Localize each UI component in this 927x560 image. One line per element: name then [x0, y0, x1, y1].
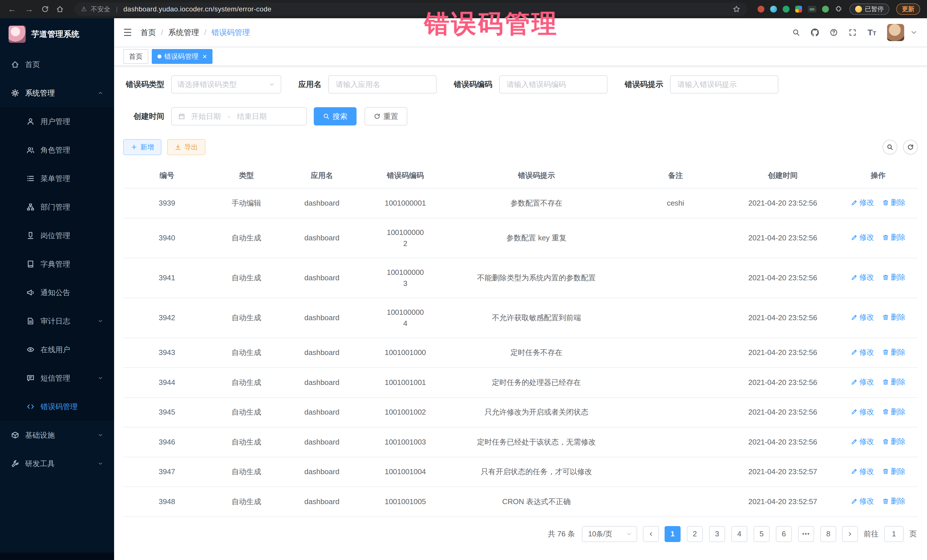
next-page-button[interactable]	[842, 526, 858, 542]
delete-link[interactable]: 删除	[882, 406, 906, 417]
tab-close-icon[interactable]: ×	[202, 53, 207, 60]
delete-trash-icon	[882, 498, 889, 505]
page-button[interactable]: 3	[709, 526, 725, 542]
sidebar-item-role[interactable]: 角色管理	[0, 136, 114, 164]
page-button[interactable]: 6	[776, 526, 792, 542]
browser-forward-icon[interactable]: →	[24, 4, 34, 14]
sidebar-item-online-user[interactable]: 在线用户	[0, 335, 114, 364]
reset-button[interactable]: 重置	[365, 107, 407, 126]
sidebar-item-menu[interactable]: 菜单管理	[0, 164, 114, 193]
select-placeholder: 请选择错误码类型	[178, 80, 237, 90]
edit-link[interactable]: 修改	[851, 376, 874, 387]
edit-link[interactable]: 修改	[851, 347, 874, 358]
edit-link[interactable]: 修改	[851, 406, 874, 417]
tab-home[interactable]: 首页	[123, 49, 148, 64]
extensions-cluster: on	[758, 5, 843, 13]
edit-link[interactable]: 修改	[851, 436, 874, 447]
sidebar-item-home[interactable]: 首页	[0, 50, 114, 79]
browser-back-icon[interactable]: ←	[7, 4, 17, 14]
browser-update-button[interactable]: 更新	[896, 3, 920, 15]
error-code-input[interactable]	[499, 75, 608, 94]
help-icon[interactable]	[830, 29, 838, 36]
edit-pencil-icon	[851, 349, 858, 355]
header-search-icon[interactable]	[792, 29, 800, 36]
cell-time: 2021-04-20 23:52:56	[727, 188, 838, 218]
breadcrumb-item[interactable]: 系统管理	[168, 27, 199, 38]
sidebar-item-dict[interactable]: 字典管理	[0, 250, 114, 278]
delete-link[interactable]: 删除	[882, 436, 906, 447]
page-button[interactable]: 4	[731, 526, 747, 542]
sidebar-item-notice[interactable]: 通知公告	[0, 278, 114, 307]
bookmark-star-icon[interactable]	[732, 5, 740, 13]
date-range-picker[interactable]: 开始日期 - 结束日期	[171, 107, 307, 126]
delete-link[interactable]: 删除	[882, 347, 906, 358]
sidebar-item-infra[interactable]: 基础设施	[0, 421, 114, 449]
app-title: 芋道管理系统	[31, 29, 79, 39]
extension-icon[interactable]	[758, 6, 764, 12]
sidebar-item-error-code[interactable]: 错误码管理	[0, 392, 114, 421]
sidebar-item-system[interactable]: 系统管理	[0, 79, 114, 107]
sidebar-item-dept[interactable]: 部门管理	[0, 193, 114, 221]
delete-link[interactable]: 删除	[882, 197, 906, 208]
fullscreen-icon[interactable]	[849, 29, 857, 36]
extension-icon[interactable]	[795, 6, 802, 12]
github-icon[interactable]	[811, 29, 819, 36]
add-button[interactable]: 新增	[123, 139, 161, 155]
sidebar-item-post[interactable]: 岗位管理	[0, 221, 114, 250]
browser-reload-icon[interactable]	[41, 5, 49, 13]
prev-page-button[interactable]	[643, 526, 659, 542]
browser-home-icon[interactable]	[56, 5, 64, 13]
hamburger-icon[interactable]: ☰	[123, 27, 132, 38]
page-more-button[interactable]: •••	[798, 526, 814, 542]
extension-icon[interactable]	[783, 6, 790, 12]
edit-link[interactable]: 修改	[851, 272, 874, 283]
font-size-icon[interactable]: TT	[868, 28, 876, 37]
online-icon	[26, 345, 35, 354]
delete-link[interactable]: 删除	[882, 496, 906, 507]
sidebar-item-sms[interactable]: 短信管理	[0, 364, 114, 392]
cell-app: dashboard	[282, 367, 362, 398]
edit-link[interactable]: 修改	[851, 466, 874, 477]
sidebar-item-user[interactable]: 用户管理	[0, 107, 114, 136]
error-type-select[interactable]: 请选择错误码类型	[171, 75, 281, 94]
sidebar-item-dev-tools[interactable]: 研发工具	[0, 449, 114, 478]
goto-page-input[interactable]	[884, 526, 904, 542]
export-button[interactable]: 导出	[167, 139, 205, 155]
extension-icon[interactable]: on	[808, 6, 816, 12]
error-hint-input[interactable]	[670, 75, 778, 94]
search-button[interactable]: 搜索	[314, 107, 357, 126]
extension-icon[interactable]	[770, 6, 777, 12]
edit-link[interactable]: 修改	[851, 232, 874, 243]
extension-icon[interactable]	[822, 6, 829, 12]
address-divider: |	[116, 5, 118, 13]
delete-link[interactable]: 删除	[882, 232, 906, 243]
edit-pencil-icon	[851, 408, 858, 415]
delete-link[interactable]: 删除	[882, 312, 906, 323]
filter-row-2: 创建时间 开始日期 - 结束日期 搜索 重置	[123, 107, 918, 126]
user-avatar[interactable]	[887, 24, 904, 41]
page-button[interactable]: 1	[664, 526, 681, 542]
breadcrumb-item[interactable]: 首页	[140, 27, 156, 38]
app-name-input[interactable]	[328, 75, 437, 94]
cell-time: 2021-04-20 23:52:56	[727, 298, 838, 338]
delete-link[interactable]: 删除	[882, 272, 906, 283]
tab-error-code[interactable]: 错误码管理×	[152, 49, 213, 64]
edit-link[interactable]: 修改	[851, 312, 874, 323]
delete-link[interactable]: 删除	[882, 466, 906, 477]
delete-link[interactable]: 删除	[882, 376, 906, 387]
extensions-menu-icon[interactable]	[834, 5, 843, 13]
app-logo[interactable]: 芋道管理系统	[0, 18, 114, 50]
address-bar[interactable]: ⚠ 不安全 | dashboard.yudao.iocoder.cn/syste…	[74, 3, 747, 16]
edit-link[interactable]: 修改	[851, 197, 874, 208]
avatar-caret-icon[interactable]	[910, 29, 918, 36]
toggle-search-button[interactable]	[883, 140, 897, 155]
page-button[interactable]: 8	[820, 526, 836, 542]
cell-remark	[624, 457, 727, 487]
edit-link[interactable]: 修改	[851, 496, 874, 507]
profile-paused-badge[interactable]: 已暂停	[849, 3, 889, 15]
page-button[interactable]: 2	[687, 526, 703, 542]
page-button[interactable]: 5	[754, 526, 769, 542]
page-size-select[interactable]: 10条/页	[582, 526, 637, 542]
sidebar-item-audit-log[interactable]: 审计日志	[0, 307, 114, 335]
refresh-table-button[interactable]	[903, 140, 918, 155]
